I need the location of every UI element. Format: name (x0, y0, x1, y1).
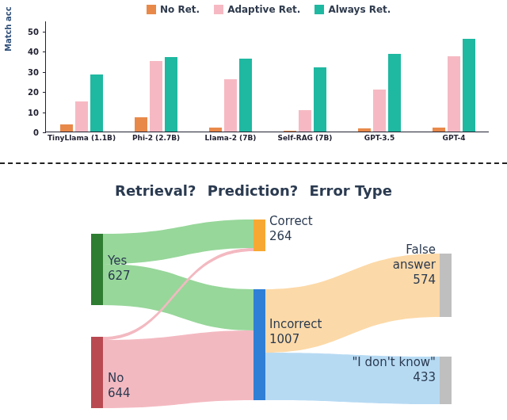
bar-adapt (373, 90, 386, 132)
legend-swatch-icon (314, 5, 324, 14)
bar-group (423, 39, 485, 132)
sankey-chart: Retrieval? Prediction? Error Type (0, 174, 507, 420)
y-tick-label: 20 (28, 88, 39, 97)
y-tick-label: 50 (28, 27, 39, 36)
bar-group (200, 59, 261, 132)
bar-group (51, 74, 112, 132)
sankey-header-prediction: Prediction? (208, 182, 298, 199)
x-tick-label: GPT-3.5 (344, 134, 415, 142)
divider-dashed (0, 162, 507, 164)
x-tick-label: GPT-4 (418, 134, 490, 142)
x-tick-label: Phi-2 (2.7B) (120, 134, 192, 142)
bar-always (90, 74, 103, 132)
y-tick-label: 40 (28, 48, 39, 56)
y-tick-label: 0 (33, 128, 39, 137)
legend-item-no-ret: No Ret. (147, 4, 200, 15)
bar-adapt (299, 110, 311, 132)
node-idk (440, 357, 452, 404)
label-text: Incorrect (269, 317, 322, 331)
label-value: 433 (413, 370, 436, 384)
label-correct: Correct 264 (269, 214, 313, 244)
x-tick-label: Llama-2 (7B) (195, 134, 266, 142)
legend-swatch-icon (147, 5, 156, 14)
y-tick (43, 92, 46, 93)
legend-label: Always Ret. (328, 4, 391, 15)
label-text: No (108, 371, 124, 385)
label-value: 264 (269, 229, 292, 243)
bar-no-ret (284, 131, 296, 132)
y-tick (43, 52, 46, 52)
sankey-header-retrieval: Retrieval? (115, 182, 196, 199)
label-yes: Yes 627 (108, 254, 131, 284)
y-tick (43, 32, 46, 32)
bar-always (165, 57, 177, 132)
bar-always (239, 59, 252, 132)
label-text: Correct (269, 214, 313, 228)
label-value: 574 (413, 273, 436, 287)
label-text: "I don't know" (352, 355, 436, 369)
bar-legend: No Ret. Adaptive Ret. Always Ret. (147, 4, 391, 15)
node-false-answer (440, 254, 452, 317)
node-no (91, 337, 103, 408)
sankey-header-error: Error Type (309, 182, 392, 199)
bar-group (274, 67, 336, 132)
bar-plot-area: 0 10 20 30 40 50 TinyLlama (1.1B) (45, 21, 489, 132)
bar-no-ret (60, 124, 73, 132)
bar-adapt (75, 101, 88, 132)
legend-label: Adaptive Ret. (227, 4, 300, 15)
node-yes (91, 234, 103, 305)
label-text: False answer (393, 242, 436, 272)
bar-adapt (150, 61, 162, 132)
bar-no-ret (135, 117, 147, 132)
bar-no-ret (209, 128, 222, 132)
bar-no-ret (358, 128, 371, 132)
bar-always (388, 54, 401, 132)
label-value: 627 (108, 269, 131, 283)
y-tick (43, 72, 46, 73)
node-correct (254, 220, 265, 251)
bar-chart: No Ret. Adaptive Ret. Always Ret. Match … (36, 4, 495, 151)
bar-group (125, 57, 187, 132)
sankey-svg (0, 210, 507, 416)
label-value: 644 (108, 386, 131, 400)
x-tick-label: TinyLlama (1.1B) (46, 134, 117, 142)
bar-adapt (224, 79, 237, 132)
label-text: Yes (108, 254, 127, 268)
legend-item-always-ret: Always Ret. (314, 4, 391, 15)
legend-label: No Ret. (160, 4, 200, 15)
sankey-headers: Retrieval? Prediction? Error Type (0, 182, 507, 199)
label-false-answer: False answer 574 (360, 242, 436, 287)
y-axis-label: Match acc (4, 6, 13, 52)
figure-container: No Ret. Adaptive Ret. Always Ret. Match … (0, 0, 507, 420)
y-tick (43, 113, 46, 113)
label-incorrect: Incorrect 1007 (269, 317, 322, 347)
y-tick-label: 30 (28, 67, 39, 76)
bar-always (314, 67, 326, 132)
y-tick-label: 10 (28, 108, 39, 116)
bar-adapt (448, 56, 460, 132)
x-tick-label: Self-RAG (7B) (269, 134, 341, 142)
label-no: No 644 (108, 371, 131, 401)
bar-always (463, 39, 475, 132)
y-tick (43, 132, 46, 133)
label-value: 1007 (269, 332, 299, 346)
bar-no-ret (433, 128, 445, 132)
bar-group (349, 54, 410, 132)
node-incorrect (254, 289, 265, 400)
legend-item-adaptive-ret: Adaptive Ret. (214, 4, 300, 15)
legend-swatch-icon (214, 5, 223, 14)
label-idk: "I don't know" 433 (349, 355, 436, 385)
